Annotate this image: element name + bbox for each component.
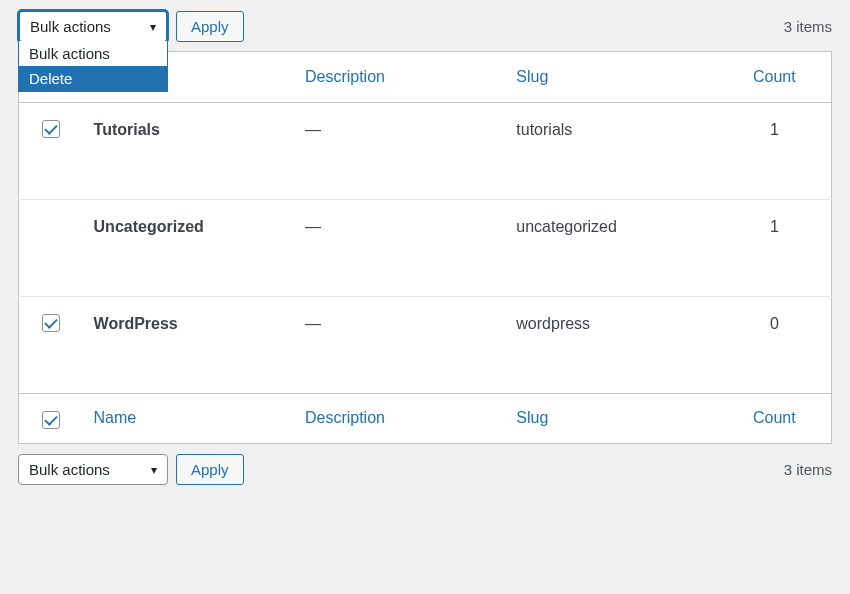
bulk-select-label: Bulk actions bbox=[29, 461, 110, 478]
select-all-footer[interactable] bbox=[19, 393, 84, 444]
table-row: WordPress — wordpress 0 bbox=[19, 296, 832, 393]
category-description: — bbox=[295, 296, 506, 393]
category-name[interactable]: WordPress bbox=[84, 296, 295, 393]
category-count[interactable]: 1 bbox=[718, 199, 832, 296]
bottom-toolbar: Bulk actions ▾ Apply 3 items bbox=[18, 454, 832, 485]
header-count[interactable]: Count bbox=[718, 52, 832, 103]
top-toolbar: Bulk actions ▾ Bulk actions Delete Apply… bbox=[18, 10, 832, 43]
footer-count[interactable]: Count bbox=[718, 393, 832, 444]
row-checkbox[interactable] bbox=[42, 120, 60, 138]
bulk-actions-select-bottom[interactable]: Bulk actions ▾ bbox=[18, 454, 168, 485]
row-checkbox[interactable] bbox=[42, 314, 60, 332]
table-row: Uncategorized — uncategorized 1 bbox=[19, 199, 832, 296]
items-count-bottom: 3 items bbox=[784, 461, 832, 478]
category-count[interactable]: 0 bbox=[718, 296, 832, 393]
categories-table: Name Description Slug Count Tutorials — … bbox=[18, 51, 832, 444]
chevron-down-icon: ▾ bbox=[151, 463, 157, 477]
apply-button[interactable]: Apply bbox=[176, 11, 244, 42]
category-name[interactable]: Tutorials bbox=[84, 102, 295, 199]
apply-button-bottom[interactable]: Apply bbox=[176, 454, 244, 485]
category-slug: uncategorized bbox=[506, 199, 717, 296]
dropdown-option-delete[interactable]: Delete bbox=[19, 66, 167, 91]
category-count[interactable]: 1 bbox=[718, 102, 832, 199]
row-checkbox-cell[interactable] bbox=[19, 102, 84, 199]
category-slug: tutorials bbox=[506, 102, 717, 199]
chevron-down-icon: ▾ bbox=[150, 20, 156, 34]
row-checkbox-cell[interactable] bbox=[19, 199, 84, 296]
footer-name[interactable]: Name bbox=[84, 393, 295, 444]
header-slug[interactable]: Slug bbox=[506, 52, 717, 103]
table-body: Tutorials — tutorials 1 Uncategorized — … bbox=[19, 102, 832, 393]
category-slug: wordpress bbox=[506, 296, 717, 393]
dropdown-option-bulk-actions[interactable]: Bulk actions bbox=[19, 41, 167, 66]
category-name[interactable]: Uncategorized bbox=[84, 199, 295, 296]
table-footer-row: Name Description Slug Count bbox=[19, 393, 832, 444]
toolbar-left: Bulk actions ▾ Bulk actions Delete Apply bbox=[18, 10, 244, 43]
toolbar-left: Bulk actions ▾ Apply bbox=[18, 454, 244, 485]
bulk-actions-dropdown: Bulk actions Delete bbox=[18, 41, 168, 92]
items-count: 3 items bbox=[784, 18, 832, 35]
category-description: — bbox=[295, 199, 506, 296]
footer-slug[interactable]: Slug bbox=[506, 393, 717, 444]
footer-description[interactable]: Description bbox=[295, 393, 506, 444]
category-description: — bbox=[295, 102, 506, 199]
row-checkbox-cell[interactable] bbox=[19, 296, 84, 393]
select-all-checkbox[interactable] bbox=[42, 411, 60, 429]
header-description[interactable]: Description bbox=[295, 52, 506, 103]
table-row: Tutorials — tutorials 1 bbox=[19, 102, 832, 199]
bulk-select-label: Bulk actions bbox=[30, 18, 111, 35]
bulk-actions-select[interactable]: Bulk actions ▾ Bulk actions Delete bbox=[18, 10, 168, 43]
